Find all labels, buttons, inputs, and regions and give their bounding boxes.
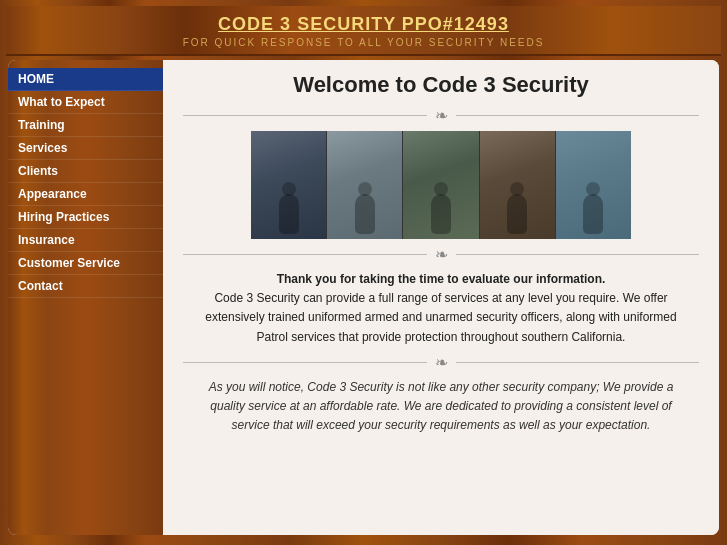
collage-photo-2 bbox=[327, 131, 402, 239]
collage-photo-5 bbox=[556, 131, 631, 239]
sidebar-item-home[interactable]: HOME bbox=[8, 68, 163, 91]
ornament-line-left-3 bbox=[183, 362, 427, 363]
ornament-line-right-3 bbox=[456, 362, 700, 363]
ornament-line-left bbox=[183, 115, 427, 116]
ornament-line-right-2 bbox=[456, 254, 700, 255]
sidebar-item-services[interactable]: Services bbox=[8, 137, 163, 160]
ornament-line-left-2 bbox=[183, 254, 427, 255]
header-title: CODE 3 SECURITY PPO#12493 bbox=[10, 14, 717, 35]
sidebar-item-insurance[interactable]: Insurance bbox=[8, 229, 163, 252]
main-container: HOMEWhat to ExpectTrainingServicesClient… bbox=[8, 60, 719, 535]
header-subtitle: FOR QUICK RESPONSE TO ALL YOUR SECURITY … bbox=[10, 37, 717, 48]
ornament-symbol-2: ❧ bbox=[427, 245, 456, 264]
ornament-divider-1: ❧ bbox=[183, 106, 699, 125]
outer-wrapper: CODE 3 SECURITY PPO#12493 FOR QUICK RESP… bbox=[0, 0, 727, 545]
intro-paragraph: Thank you for taking the time to evaluat… bbox=[193, 270, 689, 347]
sidebar-item-contact[interactable]: Contact bbox=[8, 275, 163, 298]
intro-line-1: Thank you for taking the time to evaluat… bbox=[277, 272, 606, 286]
ornament-symbol-1: ❧ bbox=[427, 106, 456, 125]
collage-photo-1 bbox=[251, 131, 326, 239]
photo-collage bbox=[251, 131, 631, 239]
sidebar-item-clients[interactable]: Clients bbox=[8, 160, 163, 183]
sidebar-item-hiring-practices[interactable]: Hiring Practices bbox=[8, 206, 163, 229]
closing-paragraph: As you will notice, Code 3 Security is n… bbox=[193, 378, 689, 436]
ornament-divider-2: ❧ bbox=[183, 245, 699, 264]
ornament-divider-3: ❧ bbox=[183, 353, 699, 372]
sidebar-item-customer-service[interactable]: Customer Service bbox=[8, 252, 163, 275]
sidebar: HOMEWhat to ExpectTrainingServicesClient… bbox=[8, 60, 163, 535]
sidebar-item-training[interactable]: Training bbox=[8, 114, 163, 137]
intro-line-2: Code 3 Security can provide a full range… bbox=[205, 291, 676, 343]
collage-photo-4 bbox=[480, 131, 555, 239]
sidebar-item-what-to-expect[interactable]: What to Expect bbox=[8, 91, 163, 114]
ornament-symbol-3: ❧ bbox=[427, 353, 456, 372]
ornament-line-right bbox=[456, 115, 700, 116]
header: CODE 3 SECURITY PPO#12493 FOR QUICK RESP… bbox=[6, 6, 721, 56]
page-title: Welcome to Code 3 Security bbox=[183, 72, 699, 98]
sidebar-item-appearance[interactable]: Appearance bbox=[8, 183, 163, 206]
collage-photo-3 bbox=[403, 131, 478, 239]
content-area: Welcome to Code 3 Security ❧ ❧ Than bbox=[163, 60, 719, 535]
